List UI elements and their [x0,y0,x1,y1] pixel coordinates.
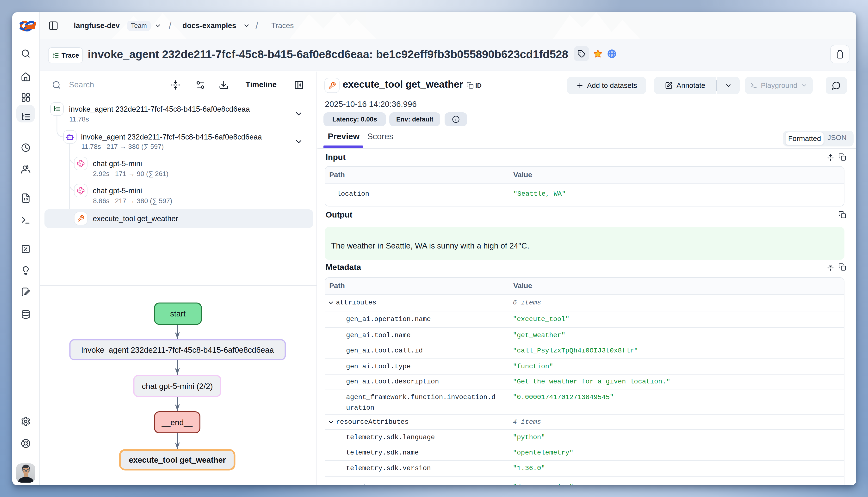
svg-text:__end__: __end__ [162,418,193,427]
svg-text:chat gpt-5-mini (2/2): chat gpt-5-mini (2/2) [142,382,213,390]
svg-text:invoke_agent 232de211-7fcf-45c: invoke_agent 232de211-7fcf-45c8-b415-6af… [81,345,274,354]
svg-text:__start__: __start__ [161,309,194,318]
svg-text:execute_tool get_weather: execute_tool get_weather [129,455,226,464]
